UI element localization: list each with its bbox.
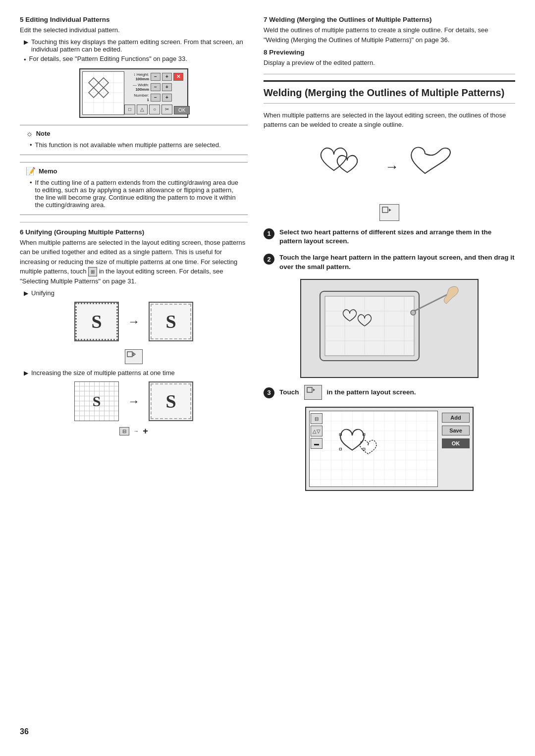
step-3-icon: [304, 385, 322, 400]
touch-illustration-svg: [305, 281, 474, 376]
arrow-icon: ▶: [24, 39, 28, 53]
layout-sidebar: Add Save OK: [442, 411, 470, 487]
layout-icon-weld[interactable]: ⊟: [311, 413, 322, 424]
section-7-num: 7: [264, 16, 268, 23]
size-increase-bullet: ▶ Increasing the size of multiple patter…: [20, 369, 248, 377]
ok-btn[interactable]: OK: [174, 106, 190, 114]
weld-svg: [126, 351, 141, 363]
page-number: 36: [20, 727, 515, 736]
svg-point-24: [411, 310, 416, 315]
width-plus-btn[interactable]: +: [162, 83, 172, 91]
diamond-pattern-svg: [84, 73, 123, 113]
layout-screen-step3: ⊟ △▽ ▬ Add Save OK: [305, 407, 474, 491]
weld-icon: [125, 349, 143, 364]
width-minus-btn[interactable]: −: [151, 83, 160, 91]
section-8-num: 8: [264, 49, 268, 56]
section-7: 7 Welding (Merging the Outlines of Multi…: [264, 16, 515, 45]
s-grid-letter: S: [93, 393, 101, 410]
svg-rect-12: [382, 207, 388, 213]
width-row: — Width:100mm − +: [124, 83, 190, 92]
hearts-before: [312, 140, 376, 194]
note-title: ☼ Note: [26, 129, 242, 138]
hearts-after: [408, 140, 467, 194]
dot-icon: •: [24, 56, 26, 63]
hearts-before-svg: [312, 140, 376, 194]
triangle-icon-btn[interactable]: △: [137, 105, 148, 114]
s-box-grid-after: S: [149, 381, 193, 421]
weld-icon-row: [20, 346, 248, 364]
step-3-row: 3 Touch in the pattern layout screen.: [264, 385, 515, 400]
save-btn[interactable]: Save: [442, 426, 470, 435]
weld-touch-svg: [306, 386, 320, 398]
scissors-icon-btn[interactable]: ✂: [161, 105, 172, 114]
welding-intro: When multiple patterns are selected in t…: [264, 110, 515, 130]
divider-1: [20, 222, 248, 222]
height-plus-btn[interactable]: +: [162, 73, 172, 81]
ok-layout-btn[interactable]: OK: [442, 438, 470, 448]
rect-icon-btn[interactable]: □: [124, 105, 135, 114]
plus-icon: +: [143, 426, 148, 436]
small-icon-row: ⊟ → +: [20, 426, 248, 436]
left-column: 5 Editing Individual Patterns Edit the s…: [20, 16, 248, 719]
dots-border-2: [151, 383, 191, 419]
section-8-title: 8 Previewing: [264, 49, 515, 56]
height-row: ↕ Height:100mm − + ✕: [124, 72, 190, 81]
two-column-layout: 5 Editing Individual Patterns Edit the s…: [20, 16, 515, 719]
arrow-icon-grid: →: [128, 394, 140, 408]
layout-left-icons: ⊟ △▽ ▬: [311, 413, 322, 449]
add-btn[interactable]: Add: [442, 413, 470, 423]
height-minus-btn[interactable]: −: [151, 73, 160, 81]
heart-diagram: →: [264, 140, 515, 194]
step-2: 2 Touch the large heart pattern in the p…: [264, 253, 515, 272]
number-row: Number:1 − +: [124, 93, 190, 102]
section-5-desc: Edit the selected individual pattern.: [20, 25, 248, 35]
grid-box-before: S: [74, 381, 119, 421]
number-plus-btn[interactable]: +: [162, 94, 172, 102]
section-8-desc: Display a preview of the edited pattern.: [264, 58, 515, 68]
dot-icon: •: [30, 141, 32, 149]
arrow-icon: ▶: [24, 290, 28, 297]
bullet-dot-1: • For details, see "Pattern Editing Func…: [20, 55, 248, 63]
section-6-num: 6: [20, 228, 24, 236]
machine-screen: ↕ Height:100mm − + ✕ — Width:100mm − +: [79, 68, 188, 118]
note-box: ☼ Note • This function is not available …: [20, 125, 248, 155]
memo-title: 📝 Memo: [26, 166, 242, 176]
memo-icon: 📝: [26, 166, 36, 176]
bullet-arrow-1: ▶ Touching this key displays the pattern…: [20, 38, 248, 53]
circle-icon-btn[interactable]: ○: [149, 105, 160, 114]
number-minus-btn[interactable]: −: [151, 94, 160, 102]
layout-main-area: ⊟ △▽ ▬: [309, 411, 438, 487]
welding-heading-box: Welding (Merging the Outlines of Multipl…: [264, 80, 515, 104]
section-6-desc: When multiple patterns are selected in t…: [20, 238, 248, 286]
s-box-after: S: [149, 302, 193, 341]
sun-icon: ☼: [26, 129, 33, 138]
step-1-text: Select two heart patterns of different s…: [279, 228, 515, 247]
screen-grid-area: [82, 71, 124, 115]
machine-screen-wrapper: ↕ Height:100mm − + ✕ — Width:100mm − +: [20, 68, 248, 118]
memo-box: 📝 Memo • If the cutting line of a patter…: [20, 162, 248, 215]
close-btn[interactable]: ✕: [173, 73, 183, 81]
hearts-after-svg: [408, 140, 467, 194]
arrow-icon-2: ▶: [24, 370, 28, 377]
arrow-sym: →: [133, 428, 139, 434]
step-2-num: 2: [264, 254, 274, 265]
multi-select-icon: ⊞: [88, 267, 97, 276]
layout-icon-rect[interactable]: ▬: [311, 438, 322, 449]
right-column: 7 Welding (Merging the Outlines of Multi…: [264, 16, 515, 719]
s-diagram-grid: S → S: [20, 381, 248, 421]
weld-btn-svg: [381, 206, 397, 219]
section-8: 8 Previewing Display a preview of the ed…: [264, 49, 515, 68]
layout-icon-triangle[interactable]: △▽: [311, 426, 322, 436]
bottom-row: □ △ ○ ✂ OK: [124, 105, 190, 114]
unifying-bullet: ▶ Unifying: [20, 289, 248, 297]
step-2-text: Touch the large heart pattern in the pat…: [279, 253, 515, 272]
s-diagram-unifying: S → S: [20, 302, 248, 341]
right-divider: [264, 74, 515, 74]
step-1-num: 1: [264, 228, 274, 239]
step-3-text-suffix: in the pattern layout screen.: [327, 388, 416, 397]
svg-rect-25: [307, 387, 312, 392]
svg-rect-27: [310, 411, 437, 486]
section-7-title: 7 Welding (Merging the Outlines of Multi…: [264, 16, 515, 23]
svg-rect-10: [127, 352, 132, 357]
step-3-num: 3: [264, 387, 274, 398]
